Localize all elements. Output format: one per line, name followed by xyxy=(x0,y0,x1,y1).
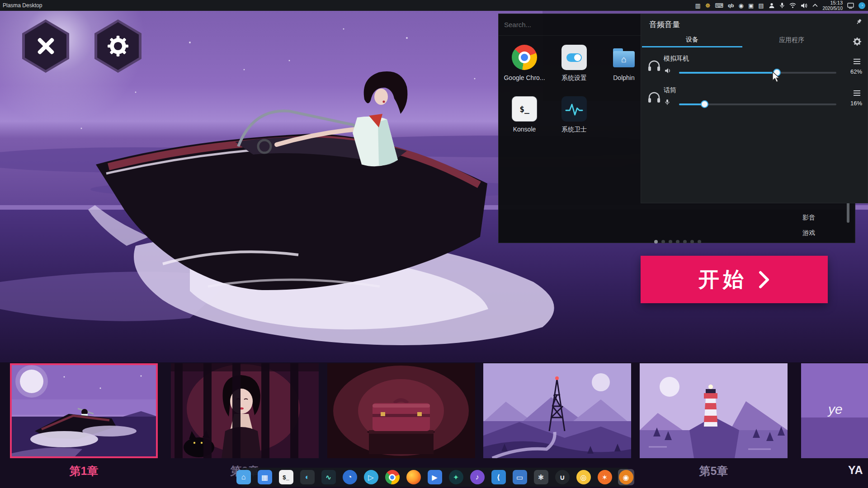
kde-tray-icon[interactable]: ◔ xyxy=(859,2,865,9)
taskbar-video-player[interactable]: ▶ xyxy=(428,470,442,484)
taskbar-software-center[interactable]: ▦ xyxy=(258,470,272,484)
pin-icon[interactable] xyxy=(855,19,862,27)
keyboard-icon[interactable]: ⌨ xyxy=(715,3,723,9)
gear-icon xyxy=(108,36,128,56)
taskbar-system-settings[interactable]: ◐ xyxy=(300,470,315,484)
chapter-4-thumbnail[interactable] xyxy=(483,363,631,458)
taskbar-vscode[interactable]: ⟨ xyxy=(491,470,506,484)
clipboard-icon[interactable]: ▤ xyxy=(758,3,764,9)
taskbar-telegram[interactable]: ▷ xyxy=(364,470,378,484)
start-button[interactable]: 开始 xyxy=(641,256,828,303)
page-dot[interactable] xyxy=(661,240,665,244)
chevron-right-icon xyxy=(758,271,770,289)
taskbar-system-monitor[interactable]: ∿ xyxy=(321,470,336,484)
page-dot[interactable] xyxy=(676,240,679,244)
chapter-6-overlay-text: ye xyxy=(827,402,843,417)
chapter-5-thumbnail[interactable] xyxy=(640,363,788,458)
system-tray: ▥ ☸ ⌨ qb ◉ ▣ ▤ 15:13 2020/5/10 xyxy=(695,0,865,11)
volume-percent: 16% xyxy=(835,100,862,107)
chapter-6-label: YA xyxy=(848,464,863,477)
page-dot[interactable] xyxy=(683,240,687,244)
chapter-5-label: 第5章 xyxy=(640,464,788,479)
headphones-icon xyxy=(647,91,661,105)
chapter-6-thumbnail[interactable]: ye xyxy=(801,363,868,458)
search-input[interactable] xyxy=(504,21,631,28)
start-label: 开始 xyxy=(698,266,747,294)
steering-wheel-icon[interactable]: ☸ xyxy=(705,3,711,9)
device-menu-icon[interactable] xyxy=(854,57,860,66)
chapter-1-thumbnail[interactable] xyxy=(10,363,158,458)
popup-title: 音频音量 xyxy=(649,19,680,30)
volume-tabs: 设备 应用程序 xyxy=(642,33,841,47)
app-system-guard[interactable]: 系统卫士 xyxy=(549,96,599,134)
clock-date: 2020/5/10 xyxy=(823,6,843,11)
screenshot-icon[interactable]: ◉ xyxy=(739,3,744,9)
page-dot[interactable] xyxy=(669,240,672,244)
tab-devices[interactable]: 设备 xyxy=(642,33,742,47)
chrome-icon xyxy=(512,45,537,70)
page-dot[interactable] xyxy=(698,240,701,244)
slider-handle[interactable] xyxy=(773,69,781,76)
taskbar: ⌂ ▦ $_ ◐ ∿ ◔ ▷ ▶ ✦ ♪ ⟨ ▭ ✱ ∪ ◎ ✶ ◉ xyxy=(241,468,628,487)
page-dot[interactable] xyxy=(654,240,658,244)
taskbar-music-player[interactable]: ♪ xyxy=(470,470,485,484)
taskbar-dark-utility[interactable]: ∪ xyxy=(555,470,570,484)
volume-percent: 62% xyxy=(835,68,862,75)
app-label: 系统设置 xyxy=(549,74,599,82)
taskbar-firefox[interactable] xyxy=(406,470,421,484)
tab-applications[interactable]: 应用程序 xyxy=(742,33,841,47)
taskbar-orange-app[interactable]: ✶ xyxy=(598,470,612,484)
category-scrollbar[interactable] xyxy=(847,202,849,223)
top-panel: Plasma Desktop ▥ ☸ ⌨ qb ◉ ▣ ▤ 15:13 2020… xyxy=(0,0,868,11)
device-row-headphones: 模拟耳机 62% xyxy=(641,54,868,82)
display-switch-icon[interactable] xyxy=(847,3,854,9)
taskbar-utilities[interactable]: ✱ xyxy=(534,470,548,484)
chapter-1-label: 第1章 xyxy=(10,464,158,479)
audio-settings-gear-icon[interactable] xyxy=(853,38,861,47)
app-google-chrome[interactable]: Google Chro... xyxy=(500,45,549,81)
app-system-settings[interactable]: 系统设置 xyxy=(549,45,599,82)
clock-time: 15:13 xyxy=(823,0,843,5)
hexagon-frame xyxy=(25,22,66,70)
chapter-2-thumbnail[interactable] xyxy=(171,363,319,458)
volume-icon[interactable] xyxy=(801,3,807,9)
speaker-icon[interactable] xyxy=(665,67,671,75)
house-glyph: ⌂ xyxy=(621,54,627,65)
device-name: 模拟耳机 xyxy=(664,55,689,63)
taskbar-remote-desktop[interactable]: ▭ xyxy=(513,470,527,484)
clock[interactable]: 15:13 2020/5/10 xyxy=(823,0,843,11)
qbittorrent-icon[interactable]: qb xyxy=(728,3,734,8)
microphone-icon[interactable] xyxy=(665,99,670,107)
volume-slider-headphones[interactable] xyxy=(679,72,836,74)
taskbar-chrome[interactable] xyxy=(385,470,400,484)
close-icon xyxy=(35,35,57,57)
slider-handle[interactable] xyxy=(701,100,708,108)
app-label: Google Chro... xyxy=(500,74,549,81)
user-accounts-icon[interactable] xyxy=(769,2,775,9)
expand-tray-icon[interactable] xyxy=(812,4,818,7)
app-konsole[interactable]: $_ Konsole xyxy=(500,96,549,133)
category-video[interactable]: 影音 xyxy=(802,214,815,222)
chapter-3-thumbnail[interactable] xyxy=(327,363,475,458)
volume-slider-microphone[interactable] xyxy=(679,103,836,105)
page-dot[interactable] xyxy=(690,240,694,244)
network-icon[interactable] xyxy=(789,3,796,8)
taskbar-falkon[interactable]: ◔ xyxy=(343,470,357,484)
desktop-title: Plasma Desktop xyxy=(3,2,42,9)
microphone-icon[interactable] xyxy=(779,2,785,9)
taskbar-app-launcher[interactable]: ◉ xyxy=(619,470,633,484)
taskbar-konsole[interactable]: $_ xyxy=(279,470,293,484)
screen-recorder-icon[interactable]: ▣ xyxy=(748,3,754,9)
category-games[interactable]: 游戏 xyxy=(802,229,815,237)
taskbar-screen-recorder[interactable]: ✦ xyxy=(449,470,463,484)
launcher-page-dots xyxy=(654,240,701,244)
display-config-icon[interactable]: ▥ xyxy=(695,3,700,9)
taskbar-file-manager[interactable]: ⌂ xyxy=(236,470,251,484)
headphones-icon xyxy=(647,59,661,74)
terminal-glyph: $_ xyxy=(519,104,529,114)
device-menu-icon[interactable] xyxy=(854,89,860,97)
taskbar-yellow-app[interactable]: ◎ xyxy=(576,470,591,484)
device-name: 话筒 xyxy=(664,86,676,94)
audio-volume-popup: 音频音量 设备 应用程序 xyxy=(641,14,868,203)
device-row-microphone: 话筒 16% xyxy=(641,85,868,113)
